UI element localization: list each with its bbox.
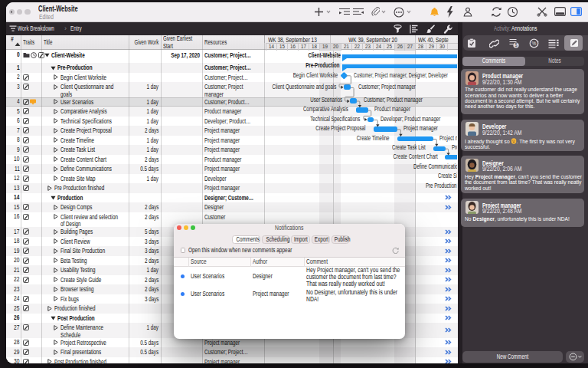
svg-text:$: $	[514, 42, 518, 48]
svg-text:%: %	[531, 41, 536, 46]
